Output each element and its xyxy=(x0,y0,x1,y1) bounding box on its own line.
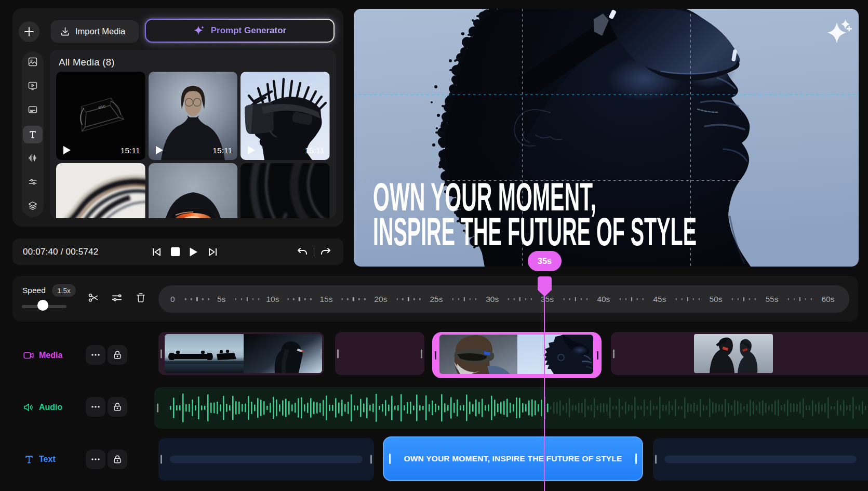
svg-text:INSPIRE THE FUTURE OF STYLE: INSPIRE THE FUTURE OF STYLE xyxy=(373,209,697,254)
